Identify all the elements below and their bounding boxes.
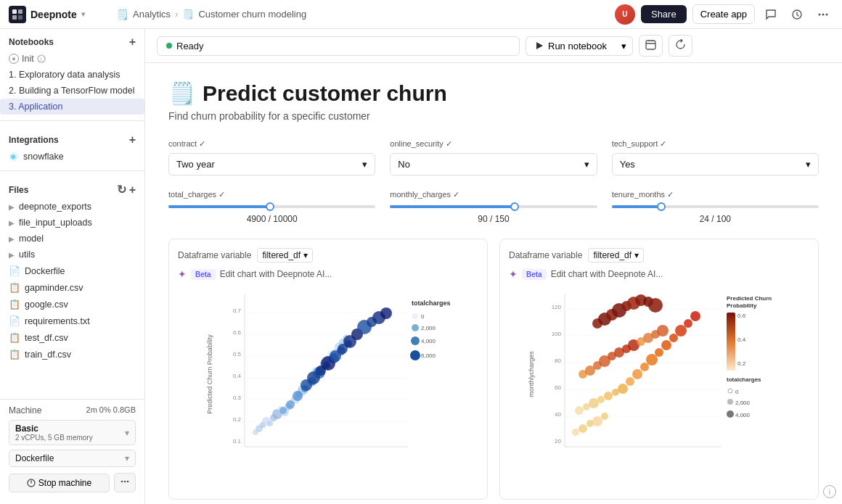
item-label: file_input_uploads	[19, 218, 92, 228]
init-circle-icon: ●	[9, 54, 19, 64]
csv-icon: 📋	[9, 299, 20, 310]
calendar-icon	[645, 39, 656, 50]
svg-text:0: 0	[421, 313, 425, 320]
sidebar-item-exploratory[interactable]: 1. Exploratory data analysis	[0, 67, 144, 83]
refresh-icon	[675, 39, 686, 50]
sidebar-item-test-df[interactable]: 📋 test_df.csv	[0, 329, 144, 346]
refresh-button[interactable]	[669, 35, 692, 57]
add-file-button[interactable]: +	[129, 184, 136, 196]
refresh-files-button[interactable]: ↻	[117, 184, 126, 196]
stop-machine-button[interactable]: Stop machine	[9, 474, 110, 492]
svg-text:i: i	[41, 57, 42, 62]
notebook-icon: 🗒️	[182, 9, 194, 20]
more-icon[interactable]	[813, 4, 833, 25]
ai-star-icon-2: ✦	[509, 268, 518, 280]
sidebar-item-snowflake[interactable]: ❄ snowflake	[0, 149, 144, 165]
add-notebook-button[interactable]: +	[129, 36, 136, 48]
machine-type-select[interactable]: Basic 2 vCPUs, 5 GB memory ▾	[9, 420, 136, 445]
tech-support-field: tech_support ✓ Yes ▾	[612, 139, 819, 175]
total-charges-thumb[interactable]	[266, 202, 274, 211]
contract-label: contract ✓	[168, 139, 375, 149]
sidebar-item-dockerfile[interactable]: 📄 Dockerfile	[0, 263, 144, 279]
svg-point-142	[646, 354, 658, 365]
svg-point-129	[657, 325, 669, 336]
item-label: google.csv	[25, 299, 68, 310]
svg-point-106	[572, 429, 579, 436]
svg-point-144	[661, 340, 671, 350]
svg-point-87	[411, 336, 420, 345]
schedule-button[interactable]	[639, 35, 663, 57]
tech-support-dropdown-icon: ▾	[806, 159, 811, 170]
sidebar-item-model[interactable]: ▶ model	[0, 231, 144, 247]
topbar-actions: U Share Create app	[615, 4, 833, 25]
total-charges-label: total_charges ✓	[168, 190, 375, 199]
create-app-button[interactable]: Create app	[692, 4, 755, 24]
online-security-select[interactable]: No ▾	[390, 153, 597, 175]
svg-point-6	[822, 13, 825, 15]
stop-label: Stop machine	[38, 478, 91, 488]
monthly-charges-thumb[interactable]	[510, 202, 519, 211]
svg-text:100: 100	[552, 331, 562, 337]
run-group: Run notebook ▾	[526, 36, 633, 56]
online-security-value: No	[398, 159, 410, 170]
item-label: test_df.csv	[25, 333, 68, 343]
breadcrumb: 🗒️ Analytics › 🗒️ Customer churn modelin…	[116, 9, 609, 20]
ai-edit-btn-2[interactable]: Edit chart with Deepnote AI...	[551, 269, 663, 279]
power-icon	[27, 479, 36, 487]
online-security-label: online_security ✓	[390, 139, 597, 149]
total-charges-track	[168, 205, 375, 208]
svg-point-38	[267, 421, 273, 426]
run-dropdown-button[interactable]: ▾	[616, 36, 633, 56]
svg-point-114	[597, 396, 605, 403]
app-logo[interactable]: Deepnote ▾	[9, 6, 110, 23]
svg-point-7	[826, 13, 828, 15]
sidebar-item-gapminder[interactable]: 📋 gapminder.csv	[0, 279, 144, 296]
breadcrumb-project[interactable]: Analytics	[133, 9, 171, 20]
tech-support-select[interactable]: Yes ▾	[612, 153, 819, 175]
history-icon[interactable]	[787, 4, 807, 25]
add-integration-button[interactable]: +	[129, 134, 136, 146]
svg-text:0.7: 0.7	[233, 307, 242, 314]
avatar[interactable]: U	[615, 4, 635, 25]
sidebar-item-utils[interactable]: ▶ utils	[0, 247, 144, 263]
chart-card-1: Dataframe variable filtered_df ▾ ✦ Beta …	[168, 239, 488, 500]
df-value-2: filtered_df	[593, 250, 632, 260]
chart-info-container: i	[823, 485, 836, 498]
tenure-months-fill	[612, 205, 661, 208]
svg-rect-151	[727, 313, 735, 371]
chat-icon[interactable]	[761, 4, 781, 25]
sidebar-item-requirements[interactable]: 📄 requirements.txt	[0, 313, 144, 329]
svg-text:monthlycharges: monthlycharges	[528, 351, 535, 397]
chart-info-icon[interactable]: i	[823, 485, 836, 498]
tenure-months-thumb[interactable]	[657, 202, 666, 211]
sidebar-item-google[interactable]: 📋 google.csv	[0, 296, 144, 313]
machine-section: Machine 2m 0% 0.8GB Basic 2 vCPUs, 5 GB …	[0, 399, 144, 498]
df-dropdown-1[interactable]: filtered_df ▾	[257, 248, 313, 263]
dockerfile-select[interactable]: Dockerfile ▾	[9, 450, 136, 467]
sidebar-item-train-df[interactable]: 📋 train_df.csv	[0, 346, 144, 363]
integrations-section-header: Integrations +	[0, 127, 144, 149]
tenure-months-slider-group: tenure_months ✓ 24 / 100	[612, 190, 819, 224]
run-label: Run notebook	[548, 41, 607, 51]
sidebar-item-file-input-uploads[interactable]: ▶ file_input_uploads	[0, 215, 144, 231]
machine-header: Machine 2m 0% 0.8GB	[9, 405, 136, 416]
beta-badge-1: Beta	[191, 269, 216, 280]
machine-more-button[interactable]	[114, 473, 136, 492]
df-dropdown-2[interactable]: filtered_df ▾	[588, 248, 644, 263]
csv-icon: 📋	[9, 282, 20, 293]
dockerfile-select-label: Dockerfile	[15, 453, 54, 463]
df-label-2: Dataframe variable	[509, 250, 582, 260]
ai-edit-btn-1[interactable]: Edit chart with Deepnote AI...	[220, 269, 332, 279]
init-item[interactable]: ● Init i	[0, 51, 144, 67]
machine-type-label: Basic	[15, 424, 93, 434]
svg-point-141	[640, 363, 649, 371]
sidebar-item-deepnote-exports[interactable]: ▶ deepnote_exports	[0, 199, 144, 215]
sidebar-item-tensorflow[interactable]: 2. Building a TensorFlow model	[0, 83, 144, 99]
sidebar-item-application[interactable]: 3. Application	[0, 99, 144, 115]
run-notebook-button[interactable]: Run notebook	[526, 36, 616, 56]
contract-select[interactable]: Two year ▾	[168, 153, 375, 175]
chart-1-header: Dataframe variable filtered_df ▾	[178, 248, 478, 263]
svg-text:40: 40	[555, 411, 561, 418]
share-button[interactable]: Share	[641, 5, 687, 23]
svg-point-139	[626, 377, 634, 386]
